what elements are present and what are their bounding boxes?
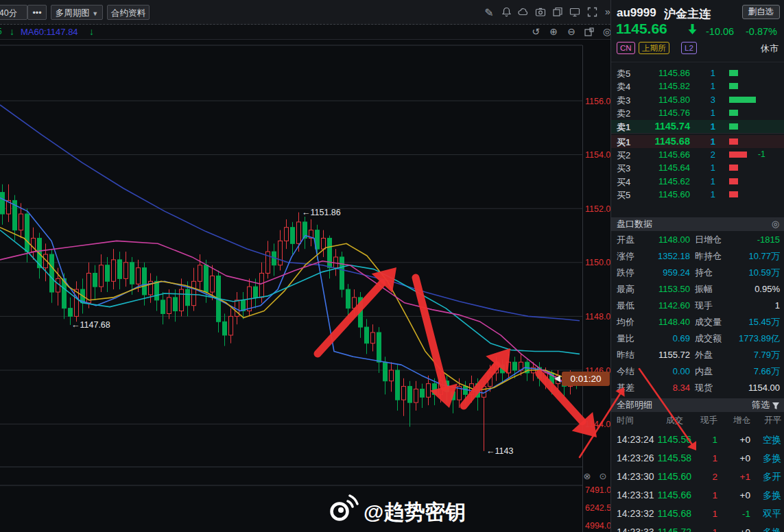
pencil-glyph: ✎ (484, 7, 493, 19)
level-price: 1145.74 (618, 121, 690, 132)
market-data-row: 昨结1155.72外盘7.79万 (611, 347, 784, 363)
col-position-change: 增仓 (720, 415, 750, 426)
screenshot-camera-icon[interactable] (534, 6, 547, 19)
depth-bar (729, 191, 738, 197)
md-value: 1352.18 (618, 248, 690, 265)
trade-open-close: 空换 (747, 431, 781, 449)
badge-L2: L2 (681, 42, 697, 54)
multi-period-button[interactable]: 多周期图 ▼ (51, 5, 103, 20)
md-value: 1153.50 (618, 281, 690, 298)
md-value: 8.34 (618, 380, 690, 396)
undo-icon[interactable]: ↺ (530, 26, 542, 38)
svg-text:6242.50: 6242.50 (585, 503, 610, 513)
price-change: -10.06 (706, 26, 734, 37)
trade-time: 14:23:24 (617, 431, 654, 449)
level-qty: 2 (691, 149, 715, 160)
svg-text:1150.00: 1150.00 (585, 258, 610, 267)
alert-bell-icon[interactable] (500, 6, 512, 19)
ask-row-卖3[interactable]: 卖31145.803 (611, 93, 784, 106)
remove-watchlist-button[interactable]: 删自选 (742, 5, 781, 19)
level-price: 1145.76 (618, 108, 690, 118)
svg-text:1144.00: 1144.00 (585, 420, 610, 429)
fullscreen-icon[interactable] (586, 6, 598, 19)
level-price: 1145.80 (618, 95, 690, 105)
zoom-in-icon[interactable]: ⊕ (547, 26, 560, 38)
pane-window-icon[interactable] (583, 26, 595, 38)
ask-row-卖4[interactable]: 卖41145.821 (611, 80, 784, 93)
md-value: 0.95% (695, 281, 780, 298)
trade-volume: 1 (697, 486, 717, 505)
level-price: 1145.86 (618, 68, 690, 78)
more-periods-button[interactable]: ••• (27, 5, 47, 20)
depth-bar (729, 138, 738, 145)
bid-row-买4[interactable]: 买41145.621 (611, 175, 784, 188)
multi-monitor-icon[interactable] (569, 6, 581, 19)
svg-text:1152.00: 1152.00 (585, 204, 610, 214)
level-price: 1145.64 (618, 162, 690, 173)
chart-canvas[interactable]: ←1151.86←1147.68←11431156.001154.001152.… (0, 40, 610, 532)
cloud-icon[interactable] (517, 6, 530, 19)
ask-row-卖1[interactable]: 卖11145.741 (611, 120, 784, 133)
trade-open-close: 多开 (747, 468, 781, 486)
trade-time: 14:23:30 (617, 468, 654, 486)
md-value: 7.79万 (695, 347, 780, 363)
ma-clipped-fragment: 5 (0, 27, 2, 36)
md-value: 10.59万 (695, 265, 780, 281)
ask-row-卖5[interactable]: 卖51145.861 (611, 66, 784, 80)
book-divider (611, 133, 784, 134)
trade-table-header: 时间 成交 现手 增仓 开平 (611, 415, 784, 428)
price-change-percent: -0.87% (746, 26, 777, 37)
col-open-close: 开平 (747, 415, 781, 426)
zoom-out-icon[interactable]: ⊖ (565, 26, 578, 38)
depth-bar (729, 97, 756, 103)
md-value: -1815 (695, 232, 780, 248)
depth-bar (729, 152, 747, 158)
bid-row-买1[interactable]: 买11145.681 (611, 135, 784, 148)
trade-price: 1145.68 (652, 505, 691, 523)
filter-label[interactable]: 筛选 (752, 398, 770, 412)
pane-settings-icon[interactable]: ⊙ (599, 471, 607, 481)
market-data-header[interactable]: 盘口数据 ◎ (611, 217, 784, 231)
weibo-watermark: @趋势密钥 (332, 496, 466, 523)
ma-down-arrow-icon-2: ↓ (89, 26, 94, 37)
trade-row: 14:23:301145.602+1多开 (611, 468, 784, 486)
funnel-filter-icon[interactable] (772, 400, 780, 414)
level-price: 1145.82 (618, 81, 690, 91)
svg-text:←1143: ←1143 (486, 446, 513, 456)
close-pane-icon[interactable]: ⊗ (584, 471, 591, 481)
level-qty: 1 (691, 162, 715, 173)
level-qty: 1 (691, 176, 715, 186)
md-value: 1148.00 (618, 232, 690, 248)
market-data-title: 盘口数据 (617, 219, 652, 229)
contract-info-button[interactable]: 合约资料 (107, 5, 150, 20)
divider (611, 62, 784, 62)
candlestick-chart[interactable]: ←1151.86←1147.68←11431156.001154.001152.… (0, 40, 610, 532)
depth-bar (729, 178, 738, 184)
compare-overlay-icon[interactable] (551, 6, 564, 19)
market-data-row: 开盘1148.00日增仓-1815 (611, 232, 784, 248)
svg-text:←1147.68: ←1147.68 (71, 320, 110, 330)
quote-panel: au9999 沪金主连 删自选 1145.66 -10.06 -0.87% CN… (610, 0, 784, 532)
svg-text:1156.00: 1156.00 (585, 97, 610, 106)
ask-row-卖2[interactable]: 卖21145.761 (611, 106, 784, 119)
trade-delta: +1 (720, 468, 750, 486)
svg-text:@趋势密钥: @趋势密钥 (364, 500, 466, 523)
gear-icon[interactable]: ◎ (772, 217, 779, 231)
depth-bar (729, 110, 738, 116)
md-value: 1773.89亿 (695, 330, 780, 347)
chart-toolbar: 40分 ••• 多周期图 ▼ 合约资料 ✎ » (0, 0, 610, 25)
bid-row-买5[interactable]: 买51145.601 (611, 188, 784, 201)
trade-time: 14:23:32 (617, 505, 654, 523)
level-price: 1145.68 (618, 136, 690, 147)
market-data-row: 量比0.69成交额1773.89亿 (611, 330, 784, 347)
trade-price: 1145.72 (652, 523, 691, 532)
period-button-label: 40分 (0, 8, 17, 18)
qty-delta: -1 (758, 149, 765, 159)
trade-volume: 1 (697, 505, 717, 523)
period-button[interactable]: 40分 (0, 5, 27, 20)
bid-row-买2[interactable]: 买21145.662-1 (611, 148, 784, 161)
trade-detail-header[interactable]: 全部明细 筛选 (611, 398, 784, 412)
md-value: 959.24 (618, 265, 690, 281)
bid-row-买3[interactable]: 买31145.641 (611, 161, 784, 174)
draw-pencil-icon[interactable]: ✎ (483, 6, 495, 19)
